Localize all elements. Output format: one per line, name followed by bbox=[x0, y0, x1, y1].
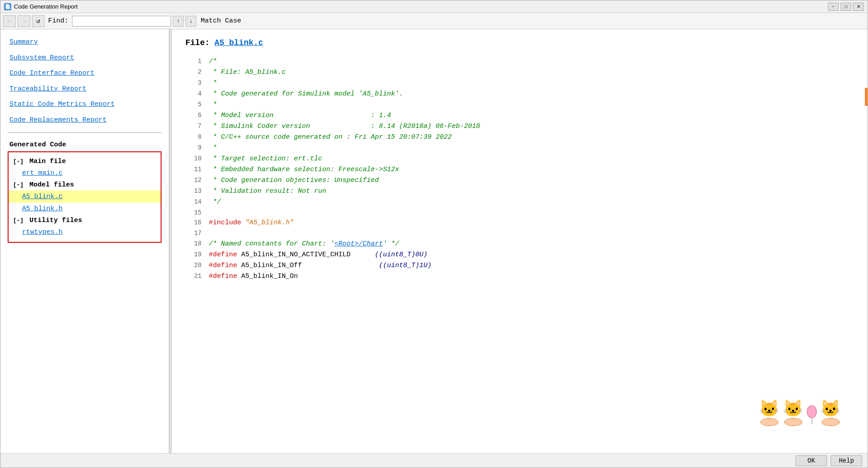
code-text-20: #define A5_blink_IN_Off ((uint8_T)1U) bbox=[209, 260, 432, 271]
line-num-11: 11 bbox=[185, 164, 202, 174]
code-line-19: 19 #define A5_blink_IN_NO_ACTIVE_CHILD (… bbox=[185, 250, 854, 260]
sidebar-scroll[interactable]: Summary Subsystem Report Code Interface … bbox=[0, 29, 169, 453]
collapse-icon-main: [-] bbox=[13, 158, 23, 165]
code-line-21: 21 #define A5_blink_IN_On bbox=[185, 271, 854, 282]
sidebar-item-static-code[interactable]: Static Code Metrics Report bbox=[0, 97, 169, 113]
main-window: 📄 Code Generation Report − □ ✕ ← → ↺ Fin… bbox=[0, 0, 868, 468]
code-text-3: * bbox=[209, 78, 217, 89]
code-text-18: /* Named constants for Chart: '<Root>/Ch… bbox=[209, 239, 399, 250]
generated-code-tree: [-] Main file ert_main.c [-] Model files… bbox=[8, 151, 162, 243]
code-line-12: 12 * Code generation objectives: Unspeci… bbox=[185, 175, 854, 186]
code-line-14: 14 */ bbox=[185, 197, 854, 208]
line-num-16: 16 bbox=[185, 218, 202, 227]
code-text-19: #define A5_blink_IN_NO_ACTIVE_CHILD ((ui… bbox=[209, 250, 427, 260]
scroll-indicator bbox=[865, 88, 868, 106]
cat-1-body: 🐱 bbox=[759, 402, 779, 418]
line-num-2: 2 bbox=[185, 67, 202, 77]
tree-file-a5-blink-h[interactable]: A5_blink.h bbox=[9, 203, 161, 215]
help-button[interactable]: Help bbox=[831, 455, 862, 466]
line-num-6: 6 bbox=[185, 110, 202, 120]
tree-section-main-label: Main file bbox=[25, 158, 66, 165]
code-line-13: 13 * Validation result: Not run bbox=[185, 186, 854, 197]
match-case-label: Match Case bbox=[201, 17, 241, 25]
tree-section-main-file[interactable]: [-] Main file bbox=[9, 156, 161, 167]
code-text-10: * Target selection: ert.tlc bbox=[209, 154, 322, 164]
cat-3: 🐱 bbox=[820, 402, 841, 426]
line-num-15: 15 bbox=[185, 208, 202, 218]
line-num-5: 5 bbox=[185, 100, 202, 109]
code-line-16: 16 #include "A5_blink.h" bbox=[185, 218, 854, 228]
line-num-4: 4 bbox=[185, 89, 202, 99]
ok-button[interactable]: OK bbox=[796, 455, 827, 466]
balloon-body bbox=[807, 405, 817, 418]
file-link[interactable]: A5_blink.c bbox=[215, 38, 263, 47]
content-scroll[interactable]: File: A5_blink.c 1 /* 2 * File: A5_blink… bbox=[172, 29, 868, 453]
code-text-16: #include "A5_blink.h" bbox=[209, 218, 294, 228]
refresh-button[interactable]: ↺ bbox=[32, 15, 45, 27]
line-num-9: 9 bbox=[185, 143, 202, 153]
find-prev-button[interactable]: ↑ bbox=[173, 16, 184, 27]
code-text-7: * Simulink Coder version : 8.14 (R2018a)… bbox=[209, 121, 480, 132]
code-line-4: 4 * Code generated for Simulink model 'A… bbox=[185, 89, 854, 100]
code-line-10: 10 * Target selection: ert.tlc bbox=[185, 154, 854, 164]
code-line-6: 6 * Model version : 1.4 bbox=[185, 110, 854, 121]
tree-section-utility-label: Utility files bbox=[25, 217, 82, 224]
maximize-button[interactable]: □ bbox=[841, 3, 851, 11]
find-input[interactable] bbox=[72, 16, 171, 27]
titlebar: 📄 Code Generation Report − □ ✕ bbox=[0, 0, 868, 13]
sidebar-item-traceability[interactable]: Traceability Report bbox=[0, 82, 169, 97]
tree-section-model-label: Model files bbox=[25, 181, 74, 189]
minimize-button[interactable]: − bbox=[828, 3, 839, 11]
sidebar-divider bbox=[8, 132, 162, 133]
sidebar-item-code-interface[interactable]: Code Interface Report bbox=[0, 66, 169, 82]
code-text-4: * Code generated for Simulink model 'A5_… bbox=[209, 89, 403, 100]
code-text-1: /* bbox=[209, 56, 217, 67]
line-num-1: 1 bbox=[185, 56, 202, 66]
cat-1: 🐱 bbox=[759, 402, 779, 426]
content-area: File: A5_blink.c 1 /* 2 * File: A5_blink… bbox=[172, 29, 868, 453]
cat-3-body: 🐱 bbox=[820, 402, 841, 418]
code-block: 1 /* 2 * File: A5_blink.c 3 * 4 * Code g… bbox=[185, 56, 854, 282]
code-text-2: * File: A5_blink.c bbox=[209, 67, 286, 78]
code-text-6: * Model version : 1.4 bbox=[209, 110, 391, 121]
collapse-icon-model: [-] bbox=[13, 182, 23, 188]
tree-file-ert-main[interactable]: ert_main.c bbox=[9, 167, 161, 179]
file-label: File: bbox=[185, 38, 210, 47]
line-num-7: 7 bbox=[185, 121, 202, 131]
sidebar-item-subsystem-report[interactable]: Subsystem Report bbox=[0, 50, 169, 66]
code-line-7: 7 * Simulink Coder version : 8.14 (R2018… bbox=[185, 121, 854, 132]
cat-2-body: 🐱 bbox=[783, 402, 803, 418]
line-num-12: 12 bbox=[185, 175, 202, 185]
cat-2-base bbox=[784, 418, 802, 426]
line-num-17: 17 bbox=[185, 228, 202, 238]
line-num-8: 8 bbox=[185, 132, 202, 142]
app-icon-symbol: 📄 bbox=[5, 4, 10, 9]
cat-1-base bbox=[760, 418, 778, 426]
line-num-14: 14 bbox=[185, 197, 202, 207]
find-next-button[interactable]: ↓ bbox=[185, 16, 196, 27]
code-line-18: 18 /* Named constants for Chart: '<Root>… bbox=[185, 239, 854, 250]
code-line-17: 17 bbox=[185, 228, 854, 238]
main-area: Summary Subsystem Report Code Interface … bbox=[0, 29, 868, 453]
tree-section-utility-files[interactable]: [-] Utility files bbox=[9, 215, 161, 226]
code-line-9: 9 * bbox=[185, 143, 854, 154]
code-line-5: 5 * bbox=[185, 100, 854, 110]
code-line-3: 3 * bbox=[185, 78, 854, 89]
code-text-9: * bbox=[209, 143, 217, 154]
sidebar-item-code-replacements[interactable]: Code Replacements Report bbox=[0, 113, 169, 128]
cat-2: 🐱 bbox=[783, 402, 803, 426]
code-text-11: * Embedded hardware selection: Freescale… bbox=[209, 164, 399, 175]
sidebar-item-summary[interactable]: Summary bbox=[0, 35, 169, 50]
tree-file-a5-blink-c[interactable]: A5_blink.c bbox=[9, 191, 161, 203]
close-button[interactable]: ✕ bbox=[853, 3, 864, 11]
balloon-string bbox=[812, 418, 812, 424]
window-title: Code Generation Report bbox=[14, 3, 828, 10]
forward-button[interactable]: → bbox=[18, 15, 30, 27]
code-text-8: * C/C++ source code generated on : Fri A… bbox=[209, 132, 452, 143]
cat-decoration: 🐱 🐱 🐱 bbox=[759, 402, 841, 426]
file-heading: File: A5_blink.c bbox=[185, 38, 854, 47]
tree-section-model-files[interactable]: [-] Model files bbox=[9, 179, 161, 191]
back-button[interactable]: ← bbox=[3, 15, 16, 27]
code-line-1: 1 /* bbox=[185, 56, 854, 67]
tree-file-rtwtypes-h[interactable]: rtwtypes.h bbox=[9, 226, 161, 238]
